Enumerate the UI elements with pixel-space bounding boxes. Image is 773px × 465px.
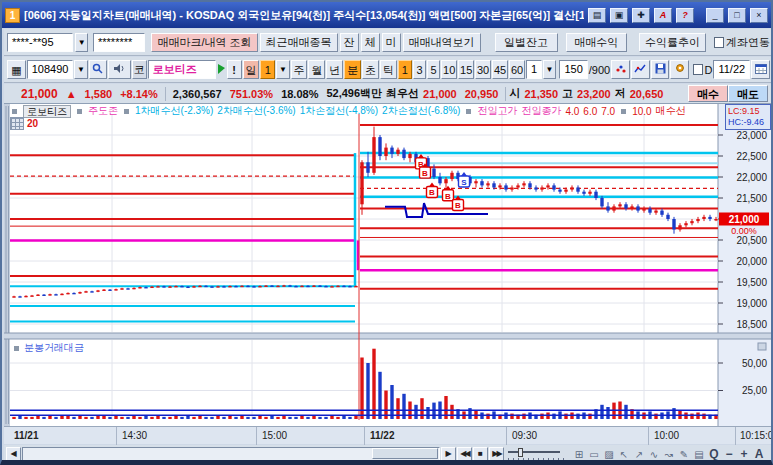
period-second-button[interactable]: 초 bbox=[362, 60, 379, 79]
play-icon[interactable]: ▶ bbox=[441, 447, 456, 461]
speaker-icon[interactable] bbox=[108, 60, 130, 79]
chart-area[interactable]: 로보티즈 주도존 1차매수선(-2.3%) 2차매수선(-3.6%) 1차손절선… bbox=[4, 104, 773, 426]
yield-trend-button[interactable]: 수익률추이 bbox=[639, 33, 706, 52]
layout-icon[interactable]: ▤ bbox=[588, 8, 606, 23]
high-price: 23,200 bbox=[573, 88, 615, 100]
maximize-button[interactable]: □ bbox=[728, 8, 746, 23]
window-number-badge: 1 bbox=[5, 8, 20, 23]
trade-mark-button[interactable]: 매매마크/내역 조회 bbox=[151, 33, 257, 52]
alert-button[interactable]: ! bbox=[227, 60, 242, 79]
period-minute-button[interactable]: 분 bbox=[344, 60, 361, 79]
minute-10-button[interactable]: 10 bbox=[441, 60, 457, 79]
account-dropdown-icon[interactable]: ▼ bbox=[75, 33, 88, 52]
save-image-icon[interactable]: ▤ bbox=[692, 449, 706, 460]
settings-gear-icon[interactable] bbox=[670, 60, 689, 79]
period-day-count[interactable]: 1 bbox=[260, 60, 275, 79]
stock-code-input[interactable]: 108490 bbox=[27, 60, 74, 79]
best-quote-label: 최우선 bbox=[386, 86, 419, 101]
window-copy-icon[interactable]: ▣ bbox=[610, 8, 628, 23]
up-arrow-icon: ▲ bbox=[62, 88, 81, 100]
current-price: 21,000 bbox=[17, 87, 62, 101]
price-change-pct: +8.14% bbox=[116, 88, 162, 100]
buy-button[interactable]: 매수 bbox=[688, 85, 728, 102]
period-year-button[interactable]: 년 bbox=[326, 60, 343, 79]
svg-text:21,500: 21,500 bbox=[736, 193, 767, 204]
draw-tool-icon[interactable]: ✎ bbox=[677, 449, 691, 460]
zoom-out-icon[interactable]: − bbox=[722, 447, 736, 461]
auto-scale-icon[interactable]: A bbox=[752, 447, 766, 461]
marker-chart-icon[interactable] bbox=[611, 60, 630, 79]
windows-tile-icon[interactable]: ▭ bbox=[587, 449, 601, 460]
legend-buy2: 2차매수선(-3.6%) bbox=[217, 104, 295, 118]
axis-1430: 14:30 bbox=[122, 430, 147, 441]
code-dropdown-icon[interactable]: ▼ bbox=[74, 60, 87, 79]
stop-icon[interactable]: ■ bbox=[473, 447, 488, 461]
password-field[interactable]: ******** bbox=[93, 33, 145, 52]
sell-button[interactable]: 매도 bbox=[728, 85, 768, 102]
volume-pane-label-group: 분봉거래대금 bbox=[12, 341, 84, 355]
zoom-slider[interactable] bbox=[508, 447, 568, 461]
magnifier-icon[interactable]: Q bbox=[707, 447, 721, 461]
bar-total-label: /900 bbox=[589, 64, 610, 76]
close-button[interactable]: × bbox=[750, 8, 768, 23]
minute-1-button[interactable]: 1 bbox=[398, 60, 412, 79]
account-link-checkbox[interactable] bbox=[714, 37, 724, 48]
minute-45-button[interactable]: 45 bbox=[492, 60, 508, 79]
windows-cascade-icon[interactable]: ⊞ bbox=[572, 449, 586, 460]
period-month-button[interactable]: 월 bbox=[308, 60, 325, 79]
scroll-left-icon[interactable]: ◀ bbox=[6, 447, 21, 461]
help-icon[interactable]: ? bbox=[676, 8, 694, 23]
minute-3-button[interactable]: 3 bbox=[413, 60, 426, 79]
app-window: 1 [0606] 자동일지차트(매매내역) - KOSDAQ 외국인보유[94(… bbox=[0, 0, 773, 465]
volume-value: 2,360,567 bbox=[169, 88, 226, 100]
wave-tool-icon[interactable]: ∿ bbox=[647, 449, 661, 460]
chart-scrollbar[interactable] bbox=[22, 447, 440, 461]
keyboard-icon[interactable]: ▦ bbox=[7, 60, 26, 79]
zoom-in-icon[interactable]: + bbox=[737, 447, 751, 461]
trendline-tool-icon[interactable]: ↖ bbox=[617, 449, 631, 460]
rewind-icon[interactable]: ◀◀ bbox=[457, 447, 472, 461]
save-icon[interactable] bbox=[651, 60, 670, 79]
arrow-tool-icon[interactable]: ↗ bbox=[632, 449, 646, 460]
minimize-button[interactable]: _ bbox=[706, 8, 724, 23]
curve-tool-icon[interactable]: ↝ bbox=[662, 449, 676, 460]
period-tick-button[interactable]: 틱 bbox=[380, 60, 397, 79]
executed-button[interactable]: 체 bbox=[361, 33, 380, 52]
minute-30-button[interactable]: 30 bbox=[475, 60, 491, 79]
legend-bullet-icon bbox=[12, 109, 17, 114]
fast-forward-icon[interactable]: ▶▶ bbox=[489, 447, 504, 461]
scrollbar-thumb[interactable] bbox=[372, 448, 438, 459]
legend-stock-chip[interactable]: 로보티즈 bbox=[23, 105, 71, 118]
period-day-button[interactable]: 일 bbox=[243, 60, 260, 79]
select-region-icon[interactable]: ▨ bbox=[602, 449, 616, 460]
trend-chart-icon[interactable] bbox=[631, 60, 650, 79]
pending-button[interactable]: 미 bbox=[382, 33, 401, 52]
trade-profit-button[interactable]: 매매수익 bbox=[566, 33, 627, 52]
search-icon[interactable] bbox=[89, 60, 108, 79]
account-toolbar: ****-**95 ▼ ******** 매매마크/내역 조회 최근매매종목 잔… bbox=[4, 29, 773, 56]
stock-name-field[interactable]: 로보티즈 bbox=[148, 60, 216, 79]
minute-15-button[interactable]: 15 bbox=[458, 60, 474, 79]
period-week-button[interactable]: 주 bbox=[291, 60, 308, 79]
custom-minute-field[interactable]: 1 bbox=[526, 60, 542, 79]
d-checkbox[interactable] bbox=[693, 64, 703, 75]
minute-5-button[interactable]: 5 bbox=[427, 60, 440, 79]
svg-text:B: B bbox=[455, 201, 461, 210]
date-field[interactable]: 11/22 bbox=[713, 60, 750, 79]
trade-history-button[interactable]: 매매내역보기 bbox=[403, 33, 481, 52]
pin-icon[interactable]: ✚ bbox=[632, 8, 650, 23]
custom-minute-dropdown-icon[interactable]: ▼ bbox=[543, 60, 556, 79]
svg-text:22,000: 22,000 bbox=[736, 172, 767, 183]
best-ask: 21,000 bbox=[419, 88, 461, 100]
recent-trades-button[interactable]: 최근매매종목 bbox=[260, 33, 338, 52]
candlestick-chart[interactable]: 23,00022,50022,00021,50021,00020,50020,0… bbox=[4, 104, 773, 426]
account-select[interactable]: ****-**95 bbox=[7, 33, 73, 52]
calendar-icon[interactable] bbox=[751, 60, 770, 79]
minute-60-button[interactable]: 60 bbox=[509, 60, 525, 79]
grid-icon[interactable] bbox=[10, 117, 24, 130]
bar-count-field[interactable]: 150 bbox=[559, 60, 588, 79]
day-count-dropdown-icon[interactable]: ▼ bbox=[276, 60, 289, 79]
daily-balance-button[interactable]: 일별잔고 bbox=[495, 33, 558, 52]
balance-button[interactable]: 잔 bbox=[340, 33, 359, 52]
font-icon[interactable]: A bbox=[654, 8, 672, 23]
